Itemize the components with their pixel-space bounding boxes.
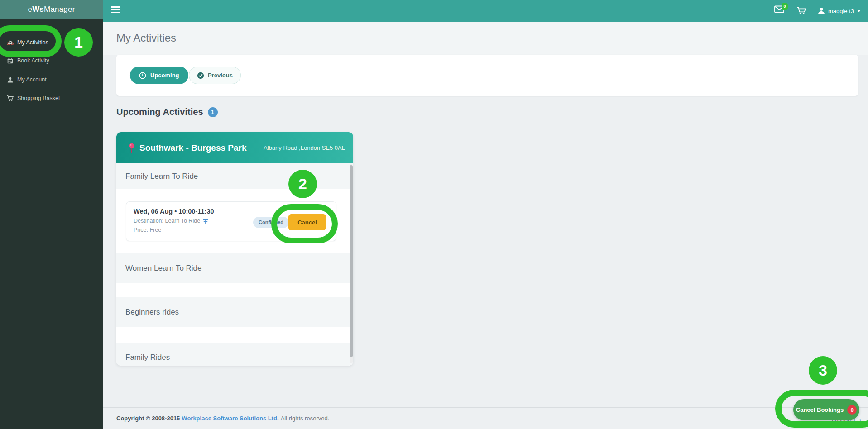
page-header: My Activities	[103, 22, 868, 55]
sidebar: eWsManager My Activities Book Activity M…	[0, 0, 103, 429]
group-label: Family Learn To Ride	[125, 172, 198, 181]
cancel-bookings-button[interactable]: Cancel Bookings 0	[793, 399, 859, 420]
footer: Copyright © 2008-2015 Workplace Software…	[103, 407, 868, 429]
group-label: Beginners rides	[125, 308, 179, 317]
sidebar-item-label: Shopping Basket	[17, 95, 60, 101]
user-icon	[818, 7, 825, 14]
status-badge: Confirmed	[253, 217, 289, 228]
venue-name: Southwark - Burgess Park	[139, 143, 247, 153]
activity-group-women-learn-to-ride[interactable]: Women Learn To Ride	[116, 253, 353, 283]
previous-filter-label: Previous	[208, 72, 233, 79]
activity-group-family-rides[interactable]: Family Rides	[116, 343, 353, 366]
username: maggie t3	[828, 8, 854, 14]
cart-button[interactable]	[797, 7, 806, 15]
clock-icon	[139, 72, 146, 79]
section-title: Upcoming Activities	[116, 107, 203, 117]
cancel-booking-button[interactable]: Cancel	[288, 214, 326, 230]
top-navbar: 0 maggie t3	[103, 0, 868, 22]
page-title: My Activities	[116, 32, 176, 44]
cart-icon	[797, 7, 806, 15]
sidebar-item-my-account[interactable]: My Account	[0, 73, 103, 86]
activity-card-header: Southwark - Burgess Park Albany Road ,Lo…	[116, 132, 353, 163]
previous-filter-button[interactable]: Previous	[189, 67, 241, 84]
activity-card-body: Family Learn To Ride Wed, 06 Aug • 10:00…	[116, 163, 353, 366]
sidebar-item-label: My Activities	[17, 39, 48, 46]
bicycle-icon	[6, 39, 14, 46]
annotation-number-step3: 3	[809, 356, 837, 385]
sidebar-item-label: Book Activity	[17, 57, 49, 64]
menu-icon[interactable]	[111, 6, 120, 14]
check-circle-icon	[197, 72, 204, 79]
app-window: eWsManager My Activities Book Activity M…	[0, 0, 868, 429]
user-menu[interactable]: maggie t3	[818, 7, 863, 14]
activities-count-badge: 1	[208, 107, 218, 117]
signpost-icon	[203, 218, 208, 224]
caret-down-icon	[857, 10, 861, 12]
activity-group-beginners-rides[interactable]: Beginners rides	[116, 297, 353, 327]
messages-button[interactable]: 0	[774, 5, 785, 16]
user-icon	[6, 76, 14, 83]
cart-icon	[6, 95, 14, 102]
logo-text-ws: Ws	[32, 5, 44, 14]
cancel-bookings-label: Cancel Bookings	[796, 406, 844, 413]
sidebar-item-shopping-basket[interactable]: Shopping Basket	[0, 92, 103, 105]
cancel-bookings-count-badge: 0	[847, 405, 857, 415]
sidebar-item-book-activity[interactable]: Book Activity	[0, 54, 103, 67]
app-logo: eWsManager	[0, 0, 103, 19]
venue-address: Albany Road ,London SE5 0AL	[264, 144, 345, 151]
group-label: Family Rides	[125, 353, 170, 362]
messages-badge: 0	[782, 3, 788, 10]
sidebar-item-label: My Account	[17, 76, 47, 83]
sidebar-item-my-activities[interactable]: My Activities	[0, 36, 103, 49]
calendar-icon	[6, 57, 14, 64]
footer-rights: All rights reserved.	[281, 415, 330, 422]
logo-text-e: e	[28, 5, 32, 14]
logo-text-rest: Manager	[44, 5, 75, 14]
upcoming-filter-button[interactable]: Upcoming	[130, 67, 188, 84]
footer-copyright: Copyright © 2008-2015	[116, 415, 180, 422]
upcoming-filter-label: Upcoming	[150, 72, 179, 79]
card-scrollbar-thumb[interactable]	[350, 165, 353, 357]
footer-company-link[interactable]: Workplace Software Solutions Ltd.	[182, 415, 278, 422]
map-pin-icon	[129, 143, 135, 153]
activity-card: Southwark - Burgess Park Albany Road ,Lo…	[116, 132, 353, 366]
divider	[116, 121, 858, 121]
filter-panel: Upcoming Previous	[116, 55, 858, 96]
booking-item: Wed, 06 Aug • 10:00-11:30 Destination: L…	[126, 201, 336, 241]
activity-group-family-learn-to-ride[interactable]: Family Learn To Ride	[116, 163, 353, 189]
upcoming-activities-heading: Upcoming Activities 1	[116, 107, 218, 117]
booking-destination: Destination: Learn To Ride	[134, 218, 200, 224]
group-label: Women Learn To Ride	[125, 264, 202, 273]
